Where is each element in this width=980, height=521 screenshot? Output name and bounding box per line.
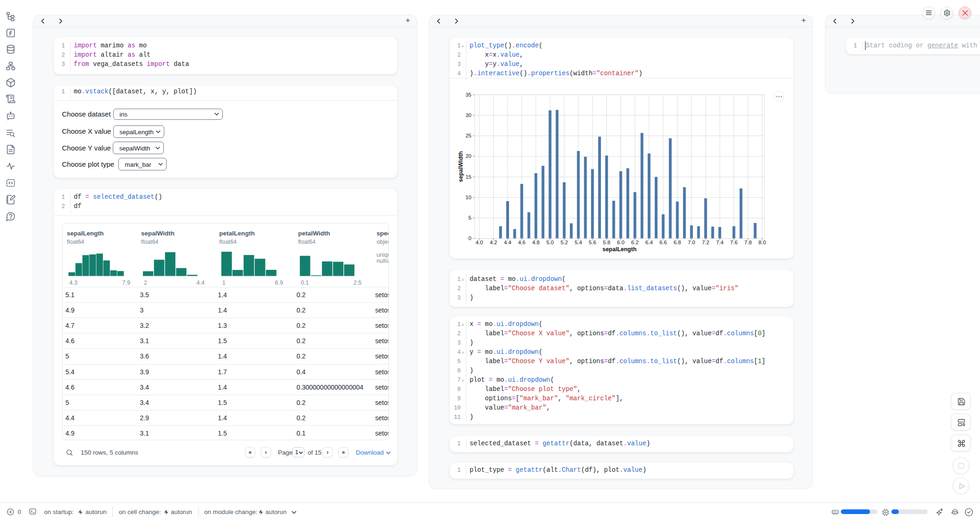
svg-text:7.8: 7.8 [744,240,752,245]
svg-text:6.4: 6.4 [645,240,653,245]
svg-text:6.0: 6.0 [617,240,625,245]
svg-text:25: 25 [465,133,471,138]
svg-text:20: 20 [465,153,471,159]
svg-text:4.8: 4.8 [532,240,540,245]
svg-text:5.8: 5.8 [603,240,610,245]
svg-text:5.4: 5.4 [574,240,582,245]
svg-text:8.0: 8.0 [759,240,766,245]
svg-text:7.6: 7.6 [730,240,738,245]
svg-text:6.6: 6.6 [659,240,667,245]
svg-text:6.2: 6.2 [631,240,638,245]
svg-text:7.4: 7.4 [716,240,724,245]
svg-text:4.2: 4.2 [490,240,497,245]
svg-text:sepalWidth: sepalWidth [458,151,464,182]
svg-text:35: 35 [465,92,471,98]
svg-text:6.8: 6.8 [674,240,681,245]
svg-text:4.0: 4.0 [476,240,483,245]
svg-text:7.0: 7.0 [688,240,695,245]
svg-text:10: 10 [465,195,471,200]
svg-text:5.2: 5.2 [561,240,568,245]
svg-text:sepalLength: sepalLength [602,246,637,253]
svg-text:5.0: 5.0 [546,240,554,245]
svg-text:4.6: 4.6 [518,240,525,245]
svg-text:30: 30 [465,112,471,118]
svg-text:5: 5 [469,215,471,221]
svg-text:0: 0 [469,235,471,241]
svg-text:5.6: 5.6 [589,240,596,245]
svg-text:7.2: 7.2 [702,240,709,245]
svg-text:15: 15 [465,174,471,180]
svg-text:4.4: 4.4 [504,240,512,245]
